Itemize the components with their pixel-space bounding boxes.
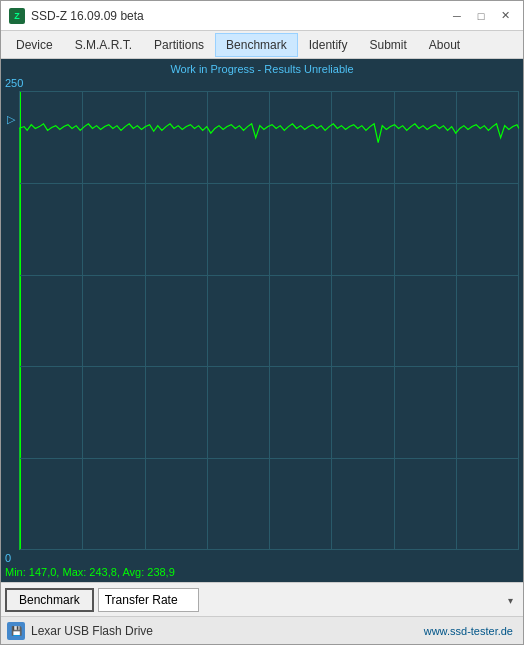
benchmark-button[interactable]: Benchmark [5, 588, 94, 612]
menu-item-submit[interactable]: Submit [358, 33, 417, 57]
y-axis-min-label: 0 [5, 552, 11, 564]
maximize-button[interactable]: □ [471, 7, 491, 25]
website-url: www.ssd-tester.de [424, 625, 513, 637]
menu-item-device[interactable]: Device [5, 33, 64, 57]
chart-waveform [19, 91, 519, 550]
select-arrow-icon: ▾ [508, 594, 513, 605]
title-bar: Z SSD-Z 16.09.09 beta ─ □ ✕ [1, 1, 523, 31]
transfer-type-select-wrapper: Transfer Rate Access Time IOPS ▾ [98, 588, 519, 612]
device-name: Lexar USB Flash Drive [31, 624, 424, 638]
app-icon: Z [9, 8, 25, 24]
close-button[interactable]: ✕ [495, 7, 515, 25]
title-bar-left: Z SSD-Z 16.09.09 beta [9, 8, 144, 24]
bottom-controls: Benchmark Transfer Rate Access Time IOPS… [1, 582, 523, 616]
minimize-button[interactable]: ─ [447, 7, 467, 25]
transfer-type-select[interactable]: Transfer Rate Access Time IOPS [98, 588, 199, 612]
window-controls: ─ □ ✕ [447, 7, 515, 25]
chart-area: Work in Progress - Results Unreliable 25… [1, 59, 523, 582]
menu-item-identify[interactable]: Identify [298, 33, 359, 57]
device-icon: 💾 [7, 622, 25, 640]
chart-stats: Min: 147,0, Max: 243,8, Avg: 238,9 [5, 566, 175, 578]
window-title: SSD-Z 16.09.09 beta [31, 9, 144, 23]
menu-item-smart[interactable]: S.M.A.R.T. [64, 33, 143, 57]
main-window: Z SSD-Z 16.09.09 beta ─ □ ✕ Device S.M.A… [0, 0, 524, 645]
status-bar: 💾 Lexar USB Flash Drive www.ssd-tester.d… [1, 616, 523, 644]
chart-status-text: Work in Progress - Results Unreliable [1, 63, 523, 75]
menu-bar: Device S.M.A.R.T. Partitions Benchmark I… [1, 31, 523, 59]
menu-item-partitions[interactable]: Partitions [143, 33, 215, 57]
menu-item-about[interactable]: About [418, 33, 471, 57]
y-axis-max-label: 250 [5, 77, 23, 89]
chart-arrow: ▷ [7, 113, 15, 126]
menu-item-benchmark[interactable]: Benchmark [215, 33, 298, 57]
